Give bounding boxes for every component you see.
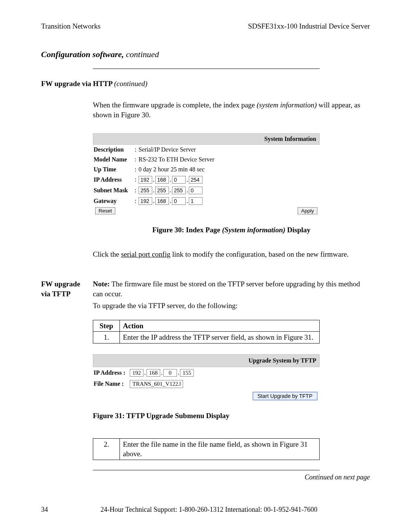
fw-http-heading: FW upgrade via HTTP (continued) <box>41 80 370 88</box>
table-row: 2. Enter the file name in the file name … <box>93 438 320 460</box>
step-2-action: Enter the file name in the file name fie… <box>120 438 320 460</box>
table-row: 1. Enter the IP address the TFTP server … <box>93 332 320 343</box>
header-right: SDSFE31xx-100 Industrial Device Server <box>248 22 370 30</box>
tftp-to-upgrade: To upgrade the via TFTP server, do the f… <box>93 301 370 311</box>
action-header: Action <box>120 320 320 332</box>
mask-octet-4[interactable] <box>189 187 202 194</box>
sysinfo-label-gateway: Gateway <box>94 198 135 204</box>
sysinfo-label-model: Model Name <box>94 156 135 163</box>
step-table-2: 2. Enter the file name in the file name … <box>93 438 320 460</box>
step-2-number: 2. <box>93 438 120 460</box>
intro-italic: (system information) <box>257 101 317 109</box>
tftp-ip-label: IP Address : <box>94 369 130 377</box>
mask-octet-3[interactable] <box>172 187 186 194</box>
ip-octet-4[interactable] <box>189 176 202 184</box>
tftp-figure: Upgrade System by TFTP IP Address : ... … <box>93 354 320 400</box>
figure-30-caption: Figure 30: Index Page (System informatio… <box>93 226 370 234</box>
fig30-pre: Figure 30: Index Page <box>152 226 222 234</box>
fig30-post: Display <box>285 226 311 234</box>
serial-port-config-link[interactable]: serial port config <box>121 250 170 258</box>
sysinfo-label-mask: Subnet Mask <box>94 187 135 194</box>
page-number: 34 <box>41 506 48 514</box>
step-header: Step <box>93 320 120 332</box>
reset-button[interactable]: Reset <box>95 207 115 214</box>
tftp-file-label: File Name : <box>94 380 130 388</box>
apply-button[interactable]: Apply <box>298 207 317 214</box>
tftp-ip-octet-4[interactable] <box>180 369 194 377</box>
section-title-italic: continued <box>124 50 159 59</box>
divider-end <box>93 470 320 470</box>
step-1-action: Enter the IP address the TFTP server fie… <box>120 332 320 343</box>
sysinfo-value-description: Serial/IP Device Server <box>139 146 196 153</box>
section-title: Configuration software, continued <box>41 50 370 59</box>
tftp-heading-line2: via TFTP <box>41 289 93 299</box>
tftp-ip-octet-3[interactable] <box>163 369 177 377</box>
fw-http-heading-bold: FW upgrade via HTTP <box>41 80 114 88</box>
sysinfo-figure: System Information Description : Serial/… <box>93 133 320 215</box>
ip-octet-2[interactable] <box>155 176 169 184</box>
mask-octet-2[interactable] <box>155 187 169 194</box>
sysinfo-row-model: Model Name : RS-232 To ETH Device Server <box>93 155 320 165</box>
tftp-row-file: File Name : <box>93 378 320 390</box>
click-t2: link to modify the configuration, based … <box>170 250 349 258</box>
intro-t1: When the firmware upgrade is complete, t… <box>93 101 257 109</box>
sysinfo-row-ip: IP Address : ... <box>93 174 320 185</box>
gw-octet-3[interactable] <box>172 197 186 205</box>
tftp-heading-line1: FW upgrade <box>41 279 93 289</box>
click-t1: Click the <box>93 250 121 258</box>
tftp-note-body: The firmware file must be stored on the … <box>93 280 360 298</box>
tftp-row-ip: IP Address : ... <box>93 367 320 379</box>
sysinfo-label-uptime: Up Time <box>94 166 135 173</box>
sysinfo-row-uptime: Up Time : 0 day 2 hour 25 min 48 sec <box>93 165 320 174</box>
gw-octet-4[interactable] <box>189 197 202 205</box>
tftp-title: Upgrade System by TFTP <box>93 354 320 367</box>
tftp-note: Note: The firmware file must be stored o… <box>93 279 370 299</box>
gw-octet-1[interactable] <box>139 197 152 205</box>
mask-octet-1[interactable] <box>139 187 152 194</box>
fig30-italic: (System information) <box>222 226 285 234</box>
sysinfo-label-ip: IP Address <box>94 176 135 183</box>
tftp-ip-octet-1[interactable] <box>130 369 143 377</box>
intro-paragraph: When the firmware upgrade is complete, t… <box>93 100 370 120</box>
start-upgrade-button[interactable]: Start Upgrade by TFTP <box>253 392 317 400</box>
tftp-ip-octet-2[interactable] <box>147 369 160 377</box>
figure-31-caption: Figure 31: TFTP Upgrade Submenu Display <box>93 411 370 421</box>
divider-top <box>93 69 320 69</box>
header-left: Transition Networks <box>41 22 100 30</box>
click-link-paragraph: Click the serial port config link to mod… <box>93 249 370 259</box>
tftp-file-input[interactable] <box>130 380 183 388</box>
gw-octet-2[interactable] <box>155 197 169 205</box>
sysinfo-label-description: Description <box>94 146 135 153</box>
step-table-1: Step Action 1. Enter the IP address the … <box>93 320 320 343</box>
sysinfo-title: System Information <box>93 133 320 145</box>
continued-label: Continued on next page <box>41 473 370 481</box>
fw-http-heading-italic: (continued) <box>114 80 148 88</box>
sysinfo-row-mask: Subnet Mask : ... <box>93 185 320 196</box>
step-1-number: 1. <box>93 332 120 343</box>
sysinfo-row-description: Description : Serial/IP Device Server <box>93 145 320 155</box>
sysinfo-row-gateway: Gateway : ... <box>93 196 320 206</box>
tftp-note-label: Note: <box>93 280 110 288</box>
ip-octet-1[interactable] <box>139 176 152 184</box>
section-title-bold: Configuration software, <box>41 50 124 59</box>
sysinfo-value-uptime: 0 day 2 hour 25 min 48 sec <box>139 166 205 173</box>
ip-octet-3[interactable] <box>172 176 186 184</box>
sysinfo-value-model: RS-232 To ETH Device Server <box>139 156 214 163</box>
footer-support: 24-Hour Technical Support: 1-800-260-131… <box>48 506 370 514</box>
tftp-heading: FW upgrade via TFTP <box>41 279 93 460</box>
